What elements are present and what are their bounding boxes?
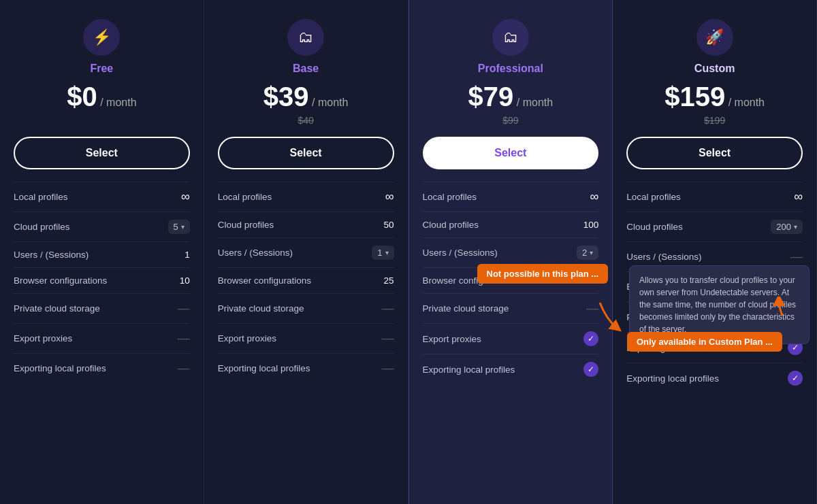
feature-label: Exporting local profiles [218,363,375,373]
feature-value: — [375,301,394,316]
plan-custom-period: / month [728,97,765,108]
plan-base-price: $39 [263,82,309,112]
plan-base: 🗂 Base $39 / month $40 Select Local prof… [204,0,408,504]
plan-free-icon-wrapper: ⚡ [83,19,120,56]
plan-custom-original: $199 [626,115,803,127]
plan-professional-icon-wrapper: 🗂 [492,19,529,56]
feature-value: — [375,331,394,346]
professional-icon: 🗂 [503,29,518,46]
feature-label: Users / (Sessions) [423,248,577,258]
plan-free-original [14,115,190,127]
check-icon: ✓ [583,331,598,346]
feature-label: Cloud profiles [218,220,375,230]
feature-label: Cloud profiles [626,222,771,232]
feature-label: Users / (Sessions) [14,250,171,260]
feature-value: — [171,301,190,316]
not-possible-tooltip: Not possible in this plan ... [477,264,609,284]
feature-row: Exporting local profiles ✓ [626,363,803,393]
plan-base-price-row: $39 / month [218,82,394,112]
plan-free-price-row: $0 / month [14,82,190,112]
feature-row: Export proxies ✓ [423,323,599,354]
feature-row: Browser configurations 25 [218,267,394,293]
feature-value: ∞ [171,190,190,204]
plan-base-select-btn[interactable]: Select [218,137,394,169]
feature-value: ∞ [784,190,803,204]
cloud-profiles-dropdown[interactable]: 5 ▾ [168,220,190,234]
feature-label: Private cloud storage [14,303,171,314]
feature-value: 100 [579,220,598,230]
check-icon: ✓ [788,371,803,386]
feature-label: Local profiles [626,192,784,202]
plan-free-select-btn[interactable]: Select [14,137,190,169]
plan-professional-original: $99 [423,115,599,127]
feature-label: Cloud profiles [14,222,168,232]
feature-value: — [375,361,394,375]
feature-label: Local profiles [218,192,375,202]
feature-row: Users / (Sessions) 1 [14,241,190,267]
free-icon: ⚡ [93,29,111,46]
plan-custom-price: $159 [664,82,725,112]
plan-base-icon-wrapper: 🗂 [287,19,324,56]
feature-value: ∞ [375,190,394,204]
feature-row: Cloud profiles 50 [218,212,394,237]
feature-row: Users / (Sessions) 1 ▾ [218,237,394,267]
feature-value: ∞ [579,190,598,204]
only-available-tooltip: Only available in Custom Plan ... [627,332,782,352]
not-possible-arrow [593,299,627,333]
feature-row: Export proxies — [218,323,394,353]
feature-row: Private cloud storage — [14,293,190,323]
feature-label: Private cloud storage [423,303,580,314]
feature-row: Cloud profiles 200 ▾ [626,212,803,241]
feature-label: Exporting local profiles [423,365,584,375]
feature-value: — [171,331,190,346]
only-available-arrow [762,297,789,317]
plan-professional: 🗂 Professional $79 / month $99 Select Lo… [408,0,613,504]
plan-custom-select-btn[interactable]: Select [626,137,803,169]
base-icon: 🗂 [298,29,313,46]
feature-value: 1 [171,250,190,260]
feature-label: Exporting local profiles [626,373,788,384]
plan-professional-period: / month [517,97,553,108]
check-icon: ✓ [583,362,598,377]
feature-row: Local profiles ∞ [218,182,394,212]
feature-row: Private cloud storage — [423,293,599,323]
plan-professional-features: Local profiles ∞ Cloud profiles 100 User… [423,182,599,384]
plan-base-period: / month [312,97,348,108]
feature-label: Export proxies [14,333,171,343]
plan-custom-price-row: $159 / month [626,82,803,112]
feature-label: Exporting local profiles [14,363,171,373]
feature-value: 50 [375,220,394,230]
plan-base-name: Base [218,63,394,75]
plan-professional-price-row: $79 / month [423,82,599,112]
cloud-profiles-dropdown-custom[interactable]: 200 ▾ [771,220,803,234]
feature-label: Export proxies [218,333,375,343]
feature-label: Private cloud storage [218,303,375,314]
feature-row: Exporting local profiles — [218,353,394,383]
users-sessions-dropdown[interactable]: 1 ▾ [372,246,394,260]
plan-professional-name: Professional [423,63,599,75]
custom-icon: 🚀 [705,29,724,46]
feature-value: — [784,250,803,264]
plan-free: ⚡ Free $0 / month Select Local profiles … [0,0,204,504]
feature-label: Cloud profiles [423,220,580,230]
feature-row: Local profiles ∞ [626,182,803,212]
plan-professional-price: $79 [468,82,514,112]
feature-label: Local profiles [14,192,171,202]
feature-row: Export proxies — [14,323,190,353]
feature-row: Browser configurations 10 [14,267,190,293]
plan-custom-icon-wrapper: 🚀 [696,19,733,56]
feature-label: Local profiles [423,192,580,202]
feature-value: 25 [375,275,394,286]
plan-free-period: / month [100,97,136,108]
plan-professional-select-btn[interactable]: Select [423,137,599,169]
plan-custom-name: Custom [626,63,803,75]
feature-row: Exporting local profiles — [14,353,190,383]
users-sessions-dropdown-pro[interactable]: 2 ▾ [577,246,598,260]
plan-custom: Allows you to transfer cloud profiles to… [613,0,817,504]
plan-base-original: $40 [218,115,394,127]
plan-free-name: Free [14,63,190,75]
plan-base-features: Local profiles ∞ Cloud profiles 50 Users… [218,182,394,383]
feature-label: Export proxies [423,334,584,344]
pricing-container: ⚡ Free $0 / month Select Local profiles … [0,0,817,504]
feature-value: 10 [171,275,190,286]
